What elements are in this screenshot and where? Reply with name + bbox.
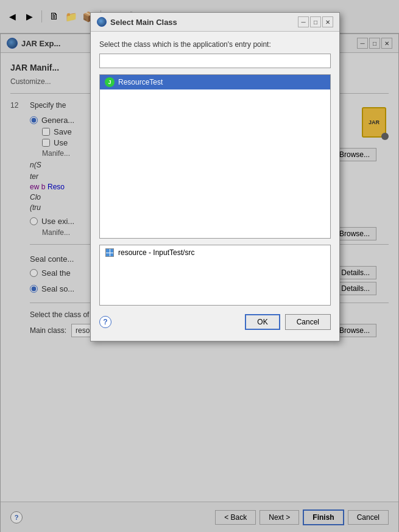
modal-controls: ─ □ ✕ [298, 16, 333, 27]
class-item-name: ResourceTest [118, 78, 163, 86]
modal-search-input[interactable] [99, 54, 331, 68]
source-grid-icon [105, 248, 115, 257]
modal-eclipse-icon [97, 17, 107, 27]
ok-button[interactable]: OK [245, 314, 280, 330]
modal-body: Select the class which is the applicatio… [91, 32, 339, 341]
class-list[interactable]: J ResourceTest [99, 74, 331, 239]
class-icon: J [105, 77, 115, 87]
source-item-name: resource - InputTest/src [118, 248, 194, 257]
source-item[interactable]: resource - InputTest/src [100, 245, 330, 260]
modal-maximize-button[interactable]: □ [310, 16, 321, 27]
modal-footer-buttons: OK Cancel [245, 314, 331, 330]
modal-titlebar: Select Main Class ─ □ ✕ [91, 13, 339, 32]
list-item[interactable]: J ResourceTest [100, 75, 330, 89]
modal-footer: ? OK Cancel [99, 314, 331, 332]
modal-title-left: Select Main Class [97, 17, 177, 27]
modal-close-button[interactable]: ✕ [322, 16, 333, 27]
modal-title-text: Select Main Class [110, 18, 177, 27]
source-list[interactable]: resource - InputTest/src [99, 245, 331, 306]
select-main-class-dialog: Select Main Class ─ □ ✕ Select the class… [90, 12, 340, 341]
modal-prompt: Select the class which is the applicatio… [99, 40, 331, 49]
modal-minimize-button[interactable]: ─ [298, 16, 309, 27]
help-button[interactable]: ? [99, 316, 111, 328]
cancel-button-modal[interactable]: Cancel [285, 314, 331, 330]
